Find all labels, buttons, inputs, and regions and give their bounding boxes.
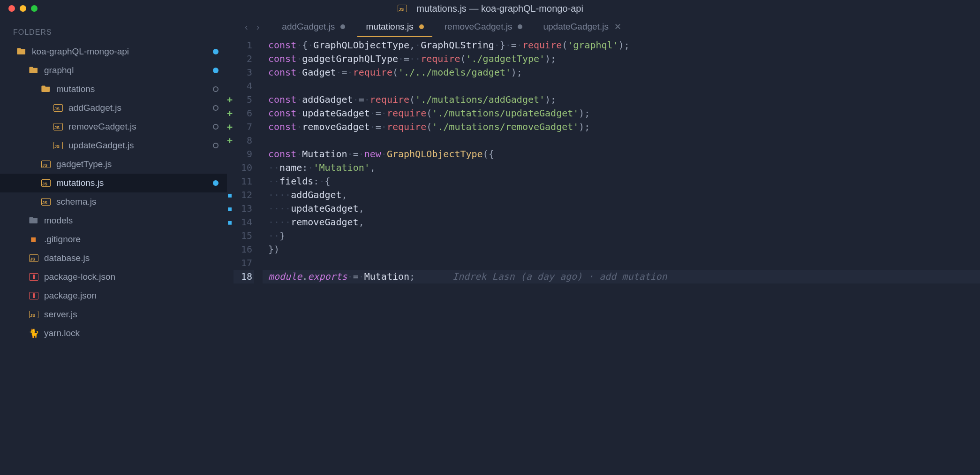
code-line[interactable]: 17 bbox=[227, 256, 980, 270]
tree-item-koa-graphql-mongo-api[interactable]: koa-graphQL-mongo-api bbox=[0, 42, 227, 61]
code-line[interactable]: 15··} bbox=[227, 229, 980, 243]
tree-item-label: schema.js bbox=[56, 197, 219, 207]
tree-item-label: models bbox=[44, 215, 219, 226]
code-line[interactable]: 16}) bbox=[227, 243, 980, 256]
titlebar: JS mutations.js — koa-graphQL-mongo-api bbox=[0, 0, 980, 17]
line-number: 6 bbox=[234, 107, 254, 120]
js-icon: JS bbox=[40, 179, 52, 187]
tab-mutations-js[interactable]: mutations.js bbox=[355, 17, 434, 37]
code-line[interactable]: 18module.exports·=·Mutation;Indrek Lasn … bbox=[227, 270, 980, 283]
code-line[interactable]: ▪14····removeGadget, bbox=[227, 215, 980, 229]
folder-icon bbox=[28, 215, 39, 226]
line-number: 14 bbox=[234, 215, 254, 229]
json-icon bbox=[28, 292, 39, 299]
code-text: ····updateGadget, bbox=[263, 202, 980, 215]
tree-item-label: package-lock.json bbox=[44, 272, 219, 282]
tab-close-icon[interactable]: ✕ bbox=[614, 22, 621, 32]
tree-item-label: package.json bbox=[44, 291, 219, 301]
tab-updategadget-js[interactable]: updateGadget.js✕ bbox=[533, 17, 631, 37]
code-text: ··name:·'Mutation', bbox=[263, 161, 980, 175]
tree-item-mutations-js[interactable]: JSmutations.js bbox=[0, 174, 227, 192]
code-line[interactable]: 10··name:·'Mutation', bbox=[227, 161, 980, 175]
window-title-text: mutations.js — koa-graphQL-mongo-api bbox=[416, 3, 583, 14]
js-icon: JS bbox=[40, 198, 52, 206]
tree-item-updategadget-js[interactable]: JSupdateGadget.js bbox=[0, 136, 227, 155]
code-line[interactable]: +8 bbox=[227, 134, 980, 147]
sidebar-header: FOLDERS bbox=[0, 24, 227, 42]
code-line[interactable]: 9const·Mutation·=·new·GraphQLObjectType(… bbox=[227, 147, 980, 161]
js-icon: JS bbox=[53, 142, 64, 149]
line-number: 16 bbox=[234, 243, 254, 256]
tree-item-label: addGadget.js bbox=[68, 103, 213, 113]
line-number: 12 bbox=[234, 188, 254, 202]
line-number: 1 bbox=[234, 38, 254, 52]
tree-item-server-js[interactable]: JSserver.js bbox=[0, 305, 227, 324]
vcs-status-indicator bbox=[213, 124, 219, 130]
tab-label: removeGadget.js bbox=[445, 22, 513, 32]
dirty-indicator-icon bbox=[340, 24, 345, 29]
code-text: ····addGadget, bbox=[263, 188, 980, 202]
code-area[interactable]: 1const·{·GraphQLObjectType,·GraphQLStrin… bbox=[227, 37, 980, 475]
js-icon: JS bbox=[40, 161, 52, 168]
tabbar: ‹ › addGadget.jsmutations.jsremoveGadget… bbox=[227, 17, 980, 37]
tree-item-package-lock-json[interactable]: package-lock.json bbox=[0, 268, 227, 286]
tab-removegadget-js[interactable]: removeGadget.js bbox=[434, 17, 533, 37]
line-number: 8 bbox=[234, 134, 254, 147]
vcs-status-indicator bbox=[213, 143, 219, 148]
vcs-status-indicator bbox=[213, 49, 219, 54]
diff-gutter: + bbox=[227, 134, 234, 147]
tree-item-mutations[interactable]: mutations bbox=[0, 80, 227, 99]
code-line[interactable]: 2const·gadgetGraphQLType·=··require('./g… bbox=[227, 52, 980, 66]
diff-gutter: + bbox=[227, 93, 234, 107]
line-number: 4 bbox=[234, 79, 254, 93]
tab-addgadget-js[interactable]: addGadget.js bbox=[271, 17, 355, 37]
tree-item-graphql[interactable]: graphql bbox=[0, 61, 227, 80]
vcs-status-indicator bbox=[213, 180, 219, 186]
code-line[interactable]: 4 bbox=[227, 79, 980, 93]
file-tree: koa-graphQL-mongo-apigraphqlmutationsJSa… bbox=[0, 42, 227, 343]
nav-arrows: ‹ › bbox=[233, 22, 271, 32]
line-number: 3 bbox=[234, 66, 254, 79]
code-line[interactable]: ▪12····addGadget, bbox=[227, 188, 980, 202]
diff-gutter: ▪ bbox=[227, 215, 234, 229]
code-text: ··fields:·{ bbox=[263, 175, 980, 188]
folder-icon bbox=[16, 46, 27, 57]
js-icon: JS bbox=[53, 123, 64, 130]
tree-item-label: database.js bbox=[44, 253, 219, 263]
code-line[interactable]: 11··fields:·{ bbox=[227, 175, 980, 188]
line-number: 13 bbox=[234, 202, 254, 215]
code-text: const·Gadget·=·require('./../models/gadg… bbox=[263, 66, 980, 79]
line-number: 18 bbox=[234, 270, 254, 283]
nav-forward-button[interactable]: › bbox=[256, 22, 260, 32]
code-text: const·{·GraphQLObjectType,·GraphQLString… bbox=[263, 38, 980, 52]
tree-item-removegadget-js[interactable]: JSremoveGadget.js bbox=[0, 117, 227, 136]
git-icon: ◆ bbox=[28, 234, 39, 245]
code-line[interactable]: +6const·updateGadget·=·require('./mutati… bbox=[227, 107, 980, 120]
code-text: }) bbox=[263, 243, 980, 256]
line-number: 17 bbox=[234, 256, 254, 270]
nav-back-button[interactable]: ‹ bbox=[245, 22, 248, 32]
code-line[interactable]: +7const·removeGadget·=·require('./mutati… bbox=[227, 120, 980, 134]
editor-pane: ‹ › addGadget.jsmutations.jsremoveGadget… bbox=[227, 17, 980, 475]
vcs-status-indicator bbox=[213, 86, 219, 92]
code-text: const·addGadget·=·require('./mutations/a… bbox=[263, 93, 980, 107]
folder-icon bbox=[40, 84, 52, 94]
tree-item-gadgettype-js[interactable]: JSgadgetType.js bbox=[0, 155, 227, 174]
tree-item-label: graphql bbox=[44, 65, 213, 76]
code-line[interactable]: ▪13····updateGadget, bbox=[227, 202, 980, 215]
tree-item-database-js[interactable]: JSdatabase.js bbox=[0, 249, 227, 268]
tree-item--gitignore[interactable]: ◆.gitignore bbox=[0, 230, 227, 249]
code-line[interactable]: 1const·{·GraphQLObjectType,·GraphQLStrin… bbox=[227, 38, 980, 52]
line-number: 5 bbox=[234, 93, 254, 107]
code-line[interactable]: 3const·Gadget·=·require('./../models/gad… bbox=[227, 66, 980, 79]
tree-item-package-json[interactable]: package.json bbox=[0, 286, 227, 305]
tree-item-addgadget-js[interactable]: JSaddGadget.js bbox=[0, 99, 227, 117]
tree-item-schema-js[interactable]: JSschema.js bbox=[0, 192, 227, 211]
tree-item-yarn-lock[interactable]: 🐈yarn.lock bbox=[0, 324, 227, 343]
tree-item-models[interactable]: models bbox=[0, 211, 227, 230]
code-line[interactable]: +5const·addGadget·=·require('./mutations… bbox=[227, 93, 980, 107]
diff-gutter: + bbox=[227, 107, 234, 120]
diff-gutter: + bbox=[227, 120, 234, 134]
js-file-icon: JS bbox=[397, 5, 408, 12]
code-text: ··} bbox=[263, 229, 980, 243]
